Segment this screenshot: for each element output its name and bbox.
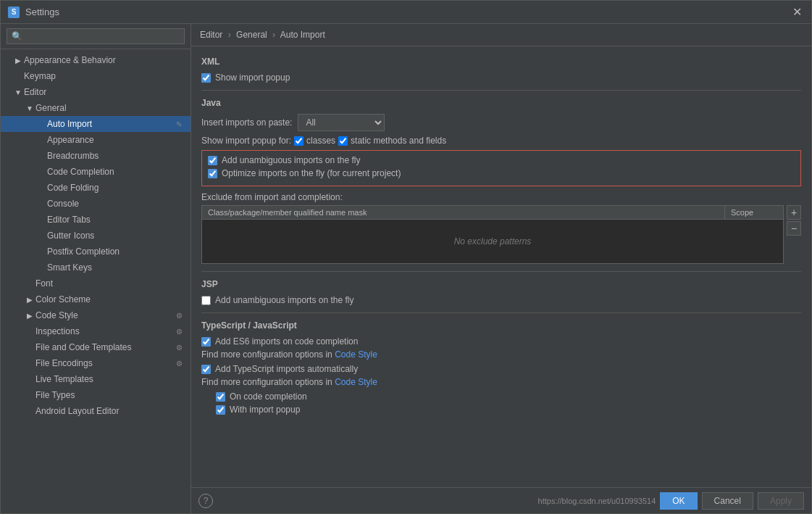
bottom-left: ? [198, 494, 213, 508]
jsp-section-header: JSP [201, 279, 801, 289]
sidebar-item-auto-import[interactable]: Auto Import ✎ [1, 116, 191, 132]
on-code-completion-checkbox[interactable] [216, 392, 225, 402]
java-section-header: Java [201, 98, 801, 108]
sidebar-item-label: Appearance & Behavior [24, 55, 185, 65]
jsp-add-unambiguous-label: Add unambiguous imports on the fly [215, 295, 353, 305]
add-exclude-button[interactable]: + [787, 205, 801, 220]
app-icon: S [8, 7, 20, 18]
expand-arrow [35, 118, 47, 130]
sidebar-item-label: Live Templates [35, 374, 185, 384]
sidebar-item-font[interactable]: Font [1, 275, 191, 291]
help-button[interactable]: ? [198, 494, 213, 508]
breadcrumb-part1: Editor [200, 30, 222, 40]
add-typescript-label: Add TypeScript imports automatically [215, 364, 358, 374]
static-methods-checkbox[interactable] [338, 136, 348, 146]
jsp-add-unambiguous-checkbox[interactable] [201, 296, 211, 305]
sidebar-item-general[interactable]: ▼ General [1, 100, 191, 116]
sidebar-item-appearance-behavior[interactable]: ▶ Appearance & Behavior [1, 52, 191, 68]
sidebar-item-editor[interactable]: ▼ Editor [1, 84, 191, 100]
sidebar-item-label: Smart Keys [47, 262, 185, 273]
edit-icon: ✎ [173, 118, 185, 130]
optimize-imports-label: Optimize imports on the fly (for current… [222, 168, 401, 178]
settings-icon: ⚙ [173, 357, 185, 369]
sidebar-item-label: Editor Tabs [47, 215, 185, 225]
ok-button[interactable]: OK [660, 492, 697, 510]
breadcrumb-part3: Auto Import [280, 30, 325, 40]
sidebar-item-label: Code Completion [47, 167, 185, 177]
classes-checkbox[interactable] [294, 136, 304, 146]
remove-exclude-button[interactable]: − [787, 221, 801, 236]
settings-window: S Settings ✕ ▶ Appearance & Behavior Key… [0, 0, 812, 514]
add-unambiguous-checkbox[interactable] [208, 156, 217, 165]
insert-imports-select[interactable]: All Ask None [298, 114, 385, 131]
find-more-row1: Find more configuration options in Code … [201, 349, 801, 360]
with-import-popup-row: With import popup [201, 405, 801, 415]
col-header-mask: Class/package/member qualified name mask [202, 206, 725, 219]
sidebar-item-code-style[interactable]: ▶ Code Style ⚙ [1, 307, 191, 323]
add-typescript-checkbox[interactable] [201, 365, 211, 374]
show-import-popup-checkbox[interactable] [201, 73, 211, 83]
bottom-bar: ? https://blog.csdn.net/u010993514 OK Ca… [191, 487, 811, 513]
ts-js-section-header: TypeScript / JavaScript [201, 320, 801, 331]
sidebar-item-live-templates[interactable]: Live Templates [1, 371, 191, 387]
add-typescript-row: Add TypeScript imports automatically [201, 364, 801, 374]
sidebar-item-file-types[interactable]: File Types [1, 387, 191, 403]
sidebar-item-gutter-icons[interactable]: Gutter Icons [1, 228, 191, 244]
sidebar-item-label: Android Layout Editor [35, 406, 185, 416]
sidebar-item-code-completion[interactable]: Code Completion [1, 164, 191, 180]
settings-icon: ⚙ [173, 341, 185, 353]
sidebar-item-code-folding[interactable]: Code Folding [1, 180, 191, 196]
search-box [1, 24, 191, 49]
sidebar-item-postfix-completion[interactable]: Postfix Completion [1, 244, 191, 260]
optimize-imports-checkbox[interactable] [208, 169, 217, 178]
close-button[interactable]: ✕ [790, 5, 804, 20]
table-body: No exclude patterns [202, 220, 783, 263]
sidebar-item-smart-keys[interactable]: Smart Keys [1, 260, 191, 275]
search-input[interactable] [7, 28, 185, 44]
sidebar-item-file-code-templates[interactable]: File and Code Templates ⚙ [1, 339, 191, 355]
sidebar-item-console[interactable]: Console [1, 196, 191, 212]
exclude-table-container: Class/package/member qualified name mask… [201, 205, 801, 264]
expand-arrow: ▶ [24, 294, 35, 305]
expand-arrow: ▶ [12, 54, 24, 66]
static-methods-label: static methods and fields [351, 136, 446, 146]
sidebar: ▶ Appearance & Behavior Keymap ▼ Editor … [1, 24, 191, 513]
add-unambiguous-row: Add unambiguous imports on the fly [208, 155, 795, 165]
sidebar-item-appearance[interactable]: Appearance [1, 132, 191, 148]
with-import-popup-checkbox[interactable] [216, 405, 225, 415]
sidebar-item-label: Breadcrumbs [47, 151, 185, 161]
code-style-link2[interactable]: Code Style [335, 377, 377, 387]
on-code-completion-label: On code completion [230, 391, 307, 402]
sidebar-item-inspections[interactable]: Inspections ⚙ [1, 323, 191, 339]
sidebar-item-color-scheme[interactable]: ▶ Color Scheme [1, 291, 191, 307]
sidebar-item-label: Appearance [47, 135, 185, 145]
sidebar-item-label: Inspections [35, 326, 173, 336]
code-style-link1[interactable]: Code Style [335, 349, 377, 360]
expand-arrow: ▼ [24, 102, 35, 114]
insert-imports-label: Insert imports on paste: [201, 117, 292, 128]
sidebar-item-label: File Types [35, 390, 185, 400]
settings-tree: ▶ Appearance & Behavior Keymap ▼ Editor … [1, 49, 191, 513]
sidebar-item-label: Console [47, 199, 185, 209]
sidebar-item-keymap[interactable]: Keymap [1, 68, 191, 84]
col-header-scope: Scope [725, 206, 783, 219]
show-popup-for-label: Show import popup for: [201, 136, 291, 146]
sidebar-item-label: General [35, 103, 185, 113]
add-es6-checkbox[interactable] [201, 337, 211, 347]
no-patterns-text: No exclude patterns [454, 236, 532, 246]
find-more-text1: Find more configuration options in [201, 349, 332, 360]
sidebar-item-file-encodings[interactable]: File Encodings ⚙ [1, 355, 191, 371]
sidebar-item-label: Editor [24, 87, 185, 97]
status-url: https://blog.csdn.net/u010993514 [538, 497, 656, 505]
sidebar-item-android-layout-editor[interactable]: Android Layout Editor [1, 403, 191, 419]
cancel-button[interactable]: Cancel [702, 492, 753, 510]
sidebar-item-editor-tabs[interactable]: Editor Tabs [1, 212, 191, 228]
content-area: ▶ Appearance & Behavior Keymap ▼ Editor … [1, 24, 811, 513]
table-header: Class/package/member qualified name mask… [202, 206, 783, 220]
add-es6-row: Add ES6 imports on code completion [201, 336, 801, 347]
sidebar-item-breadcrumbs[interactable]: Breadcrumbs [1, 148, 191, 164]
apply-button[interactable]: Apply [758, 492, 804, 510]
show-import-popup-label: Show import popup [215, 72, 290, 83]
java-divider [201, 271, 801, 272]
auto-import-box: Add unambiguous imports on the fly Optim… [201, 150, 801, 186]
